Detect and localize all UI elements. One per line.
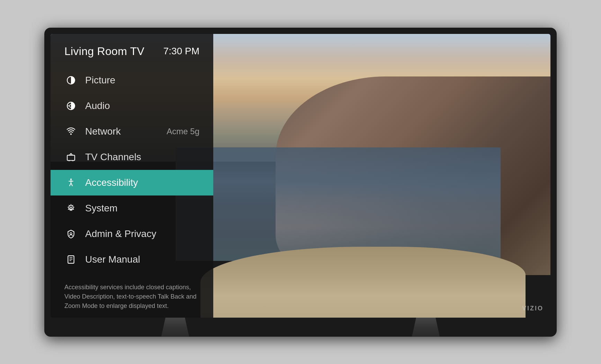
sidebar-header: Living Room TV 7:30 PM	[51, 34, 213, 67]
admin-privacy-icon	[64, 227, 78, 240]
sidebar-item-picture[interactable]: Picture	[51, 67, 213, 93]
svg-point-4	[70, 133, 72, 135]
tv-channels-icon	[64, 151, 78, 164]
admin-privacy-label: Admin & Privacy	[85, 228, 199, 239]
system-icon	[64, 202, 78, 215]
sidebar-item-admin-privacy[interactable]: Admin & Privacy	[51, 221, 213, 247]
svg-rect-5	[67, 155, 75, 160]
tv-frame: Living Room TV 7:30 PM Picture	[44, 28, 557, 337]
tv-channels-label: TV Channels	[85, 152, 199, 163]
picture-label: Picture	[85, 75, 199, 86]
stand-leg-left	[161, 318, 189, 337]
settings-menu: Picture Audio	[51, 67, 213, 272]
sidebar-item-audio[interactable]: Audio	[51, 93, 213, 119]
network-value: Acme 5g	[167, 127, 199, 136]
audio-icon	[64, 99, 78, 112]
accessibility-label: Accessibility	[85, 177, 199, 188]
system-label: System	[85, 203, 199, 214]
picture-icon	[64, 74, 78, 87]
network-icon	[64, 125, 78, 138]
sidebar-item-user-manual[interactable]: User Manual	[51, 247, 213, 272]
tv-screen: Living Room TV 7:30 PM Picture	[51, 34, 550, 318]
sidebar-item-accessibility[interactable]: Accessibility	[51, 170, 213, 195]
svg-rect-15	[68, 256, 74, 263]
sidebar-item-tv-channels[interactable]: TV Channels	[51, 144, 213, 170]
settings-sidebar: Living Room TV 7:30 PM Picture	[51, 34, 213, 318]
svg-line-12	[71, 183, 72, 186]
svg-point-8	[70, 179, 72, 180]
stand-leg-right	[412, 318, 440, 337]
tv-content-area: VIZIO	[213, 34, 550, 318]
tv-stand	[51, 318, 550, 337]
user-manual-icon	[64, 253, 78, 266]
audio-label: Audio	[85, 100, 199, 111]
tv-title: Living Room TV	[64, 45, 144, 58]
accessibility-description: Accessibility services include closed ca…	[64, 283, 199, 311]
svg-point-13	[70, 207, 72, 209]
sidebar-footer: Accessibility services include closed ca…	[51, 272, 213, 318]
svg-line-11	[70, 183, 71, 186]
vizio-logo: VIZIO	[522, 305, 544, 312]
accessibility-icon	[64, 176, 78, 189]
current-time: 7:30 PM	[163, 46, 199, 57]
sidebar-item-network[interactable]: Network Acme 5g	[51, 119, 213, 144]
user-manual-label: User Manual	[85, 254, 199, 265]
network-label: Network	[85, 126, 167, 137]
svg-point-14	[70, 233, 72, 234]
sidebar-item-system[interactable]: System	[51, 195, 213, 221]
